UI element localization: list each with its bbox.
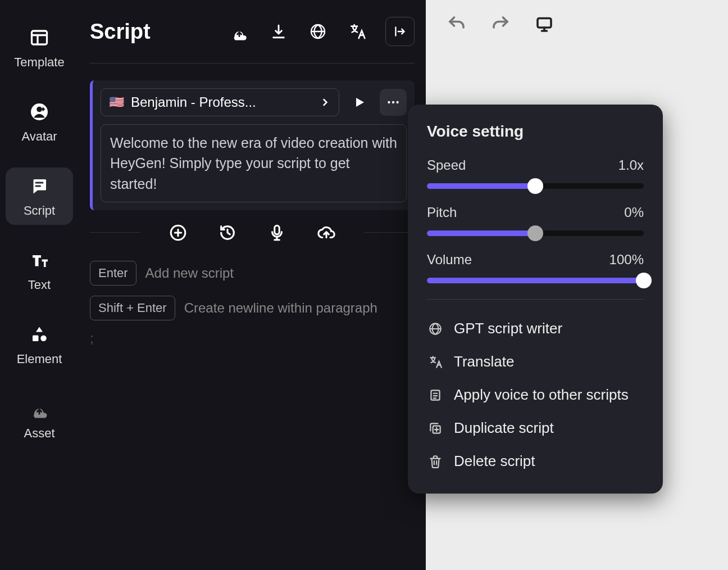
svg-rect-0: [32, 31, 47, 44]
sidebar-item-asset[interactable]: Asset: [6, 390, 73, 447]
svg-point-8: [396, 101, 398, 103]
speed-value: 1.0x: [618, 157, 644, 173]
speed-slider[interactable]: [427, 183, 644, 189]
sidebar-item-label: Element: [17, 352, 62, 367]
undo-button[interactable]: [445, 12, 468, 36]
mic-button[interactable]: [266, 221, 288, 244]
template-icon: [28, 26, 51, 49]
svg-rect-11: [538, 19, 551, 28]
hint-text: Add new script: [145, 265, 234, 281]
script-icon: [427, 387, 444, 404]
voice-name: Benjamin - Profess...: [131, 94, 313, 110]
element-icon: [28, 323, 51, 346]
collapse-button[interactable]: [385, 17, 415, 46]
device-preview-button[interactable]: [533, 12, 556, 36]
upload-cloud-button[interactable]: [228, 20, 251, 43]
sidebar-item-label: Text: [28, 278, 51, 292]
flag-icon: 🇺🇸: [109, 95, 124, 110]
hint-shift-enter: Shift + Enter Create newline within para…: [90, 296, 415, 320]
pitch-value: 0%: [624, 205, 644, 220]
popover-title: Voice setting: [427, 123, 644, 141]
script-panel: Script �: [79, 0, 426, 570]
duplicate-action[interactable]: Duplicate script: [427, 411, 644, 445]
sidebar-item-label: Template: [14, 55, 64, 70]
sidebar-item-label: Avatar: [21, 129, 57, 144]
stray-text: ;: [90, 331, 415, 346]
speed-slider-group: Speed 1.0x: [427, 157, 644, 189]
script-block: 🇺🇸 Benjamin - Profess... Welcome to the …: [90, 80, 415, 210]
svg-point-4: [40, 336, 47, 342]
svg-rect-3: [33, 336, 39, 342]
action-label: Apply voice to other scripts: [454, 386, 629, 404]
translate-action[interactable]: Translate: [427, 345, 644, 378]
volume-label: Volume: [427, 252, 472, 268]
chevron-right-icon: [320, 97, 331, 108]
gpt-icon: [427, 320, 444, 337]
duplicate-icon: [427, 420, 444, 437]
sidebar-item-label: Asset: [24, 426, 54, 441]
volume-value: 100%: [609, 252, 644, 268]
sidebar-item-element[interactable]: Element: [6, 316, 73, 373]
gpt-script-writer-action[interactable]: GPT script writer: [427, 312, 644, 345]
avatar-icon: [28, 100, 51, 124]
pitch-label: Pitch: [427, 205, 457, 220]
kbd-shift-enter: Shift + Enter: [90, 296, 175, 320]
panel-title: Script: [90, 20, 151, 44]
translate-icon: [427, 354, 444, 370]
play-button[interactable]: [347, 90, 372, 115]
cloud-upload-button[interactable]: [315, 221, 338, 244]
apply-voice-action[interactable]: Apply voice to other scripts: [427, 378, 644, 411]
text-icon: [28, 248, 51, 272]
sidebar-item-text[interactable]: Text: [6, 242, 73, 299]
action-label: Translate: [454, 353, 514, 370]
svg-point-7: [392, 101, 394, 103]
volume-slider-group: Volume 100%: [427, 252, 644, 283]
voice-selector[interactable]: 🇺🇸 Benjamin - Profess...: [101, 88, 339, 116]
speed-label: Speed: [427, 157, 466, 173]
script-icon: [28, 174, 51, 198]
sidebar-item-label: Script: [24, 203, 55, 218]
translate-button[interactable]: [346, 20, 368, 43]
gpt-button[interactable]: [307, 20, 329, 43]
sidebar-item-template[interactable]: Template: [6, 19, 73, 76]
add-button[interactable]: [167, 221, 189, 244]
volume-slider[interactable]: [427, 278, 644, 283]
script-toolbar: [90, 221, 415, 244]
sidebar-item-script[interactable]: Script: [6, 168, 73, 225]
sidebar-item-avatar[interactable]: Avatar: [6, 93, 73, 151]
hint-enter: Enter Add new script: [90, 261, 415, 286]
panel-header: Script: [90, 17, 415, 64]
redo-button[interactable]: [489, 12, 512, 36]
trash-icon: [427, 453, 444, 470]
voice-settings-popover: Voice setting Speed 1.0x Pitch 0%: [408, 105, 663, 494]
script-textarea[interactable]: Welcome to the new era of video creation…: [101, 124, 407, 202]
more-button[interactable]: [380, 89, 407, 116]
canvas-topbar: [426, 0, 728, 48]
popover-separator: [427, 299, 644, 300]
action-label: GPT script writer: [454, 320, 562, 337]
pitch-slider-group: Pitch 0%: [427, 205, 644, 236]
delete-action[interactable]: Delete script: [427, 445, 644, 478]
kbd-enter: Enter: [90, 261, 136, 286]
svg-rect-10: [275, 225, 280, 234]
download-button[interactable]: [267, 20, 290, 43]
asset-icon: [28, 397, 51, 420]
hint-text: Create newline within paragraph: [184, 300, 377, 316]
history-button[interactable]: [216, 221, 239, 244]
action-label: Duplicate script: [454, 419, 554, 437]
svg-point-6: [388, 101, 390, 103]
sidebar: Template Avatar Script Text: [0, 0, 79, 570]
action-label: Delete script: [454, 453, 535, 470]
pitch-slider[interactable]: [427, 230, 644, 236]
